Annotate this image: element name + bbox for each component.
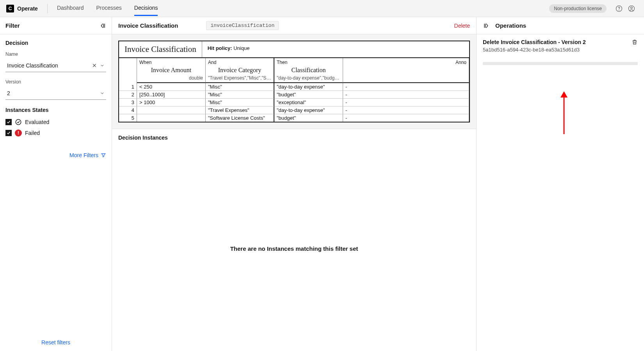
help-icon[interactable] (613, 2, 625, 15)
col-then: Then (274, 58, 343, 65)
svg-marker-6 (560, 91, 568, 98)
row-num: 4 (119, 106, 137, 114)
filter-icon (101, 152, 106, 158)
operation-item: Delete Invoice Classification - Version … (477, 34, 644, 57)
cell: "day-to-day expense" (274, 106, 343, 114)
cell: "budget" (274, 114, 343, 122)
more-filters-link[interactable]: More Filters (69, 152, 106, 158)
filter-header: Filter (0, 17, 112, 34)
top-nav: C Operate Dashboard Processes Decisions … (0, 0, 644, 17)
evaluated-icon (15, 119, 22, 126)
operations-title: Operations (495, 22, 526, 29)
nav-dashboard[interactable]: Dashboard (57, 5, 84, 16)
divider (47, 4, 48, 13)
col-classification: Classification (274, 65, 343, 75)
svg-point-4 (16, 119, 21, 125)
evaluated-label: Evaluated (25, 119, 49, 125)
delete-button[interactable]: Delete (454, 23, 470, 29)
clear-name-icon[interactable]: ✕ (92, 62, 97, 69)
dmn-table: Invoice Classification Hit policy: Uniqu… (118, 41, 470, 122)
annotation-arrow-icon (558, 91, 570, 134)
trash-icon[interactable] (632, 39, 638, 45)
cell: "Travel Expenses" (206, 106, 274, 114)
cell: "Misc" (206, 83, 274, 91)
cell: > 1000 (137, 99, 206, 106)
col2-type: "Travel Expenses","Misc","Softw... (206, 75, 274, 83)
filter-panel: Filter Decision Name Invoice Classificat… (0, 17, 112, 351)
cell (137, 114, 206, 122)
chevron-down-icon[interactable] (100, 91, 105, 96)
cell: - (343, 99, 469, 106)
version-select-value: 2 (5, 87, 106, 99)
decision-id-chip: invoiceClassification (206, 21, 279, 30)
row-num: 3 (119, 99, 137, 106)
col3-type: "day-to-day expense","budget",... (274, 75, 343, 83)
states-label: Instances States (5, 107, 106, 113)
nav-links: Dashboard Processes Decisions (57, 3, 158, 14)
operations-panel: Operations Delete Invoice Classification… (476, 17, 644, 351)
instances-panel: Decision Instances There are no Instance… (112, 129, 476, 351)
name-select-value: Invoice Classification (5, 59, 106, 72)
brand-logo-icon: C (6, 5, 14, 12)
name-select[interactable]: Invoice Classification ✕ (5, 59, 106, 72)
collapse-filter-icon[interactable] (100, 23, 106, 29)
dmn-table-name: Invoice Classification (119, 41, 202, 57)
state-evaluated-row: Evaluated (5, 119, 106, 126)
version-label: Version (5, 79, 106, 85)
filter-section-decision: Decision (5, 40, 106, 46)
svg-point-1 (619, 10, 619, 10)
operation-title: Delete Invoice Classification - Version … (483, 39, 586, 45)
row-num: 1 (119, 83, 137, 91)
operation-id: 5a1bd516-a594-423c-be18-ea53a15d61d3 (483, 47, 586, 53)
operation-progress (483, 62, 638, 65)
row-num: 5 (119, 114, 137, 122)
nav-processes[interactable]: Processes (96, 5, 121, 16)
chevron-down-icon[interactable] (100, 63, 105, 68)
expand-operations-icon[interactable] (483, 23, 489, 29)
instances-title: Decision Instances (112, 129, 476, 146)
cell: "day-to-day expense" (274, 83, 343, 91)
filter-title: Filter (5, 22, 20, 29)
col-when: When (137, 58, 206, 65)
cell: - (343, 106, 469, 114)
failed-label: Failed (25, 130, 40, 136)
cell: - (343, 91, 469, 99)
cell: "exceptional" (274, 99, 343, 106)
col-and: And (206, 58, 274, 65)
svg-point-3 (631, 7, 633, 9)
user-icon[interactable] (625, 2, 638, 15)
col1-type: double (137, 75, 206, 83)
cell: "budget" (274, 91, 343, 99)
row-num: 2 (119, 91, 137, 99)
col-invoice-category: Invoice Category (206, 65, 274, 75)
cell: - (343, 114, 469, 122)
cell (137, 106, 206, 114)
col-invoice-amount: Invoice Amount (137, 65, 206, 75)
cell: "Misc" (206, 91, 274, 99)
operations-header: Operations (477, 17, 644, 34)
brand[interactable]: C Operate (6, 5, 38, 12)
col-anno: Anno (343, 58, 469, 65)
center-header: Invoice Classification invoiceClassifica… (112, 17, 476, 34)
cell: "Software License Costs" (206, 114, 274, 122)
cell: - (343, 83, 469, 91)
cell: "Misc" (206, 99, 274, 106)
instances-empty-message: There are no Instances matching this fil… (112, 146, 476, 351)
license-badge: Non-production license (549, 4, 607, 13)
failed-checkbox[interactable] (5, 130, 12, 136)
evaluated-checkbox[interactable] (5, 119, 12, 125)
hit-policy: Hit policy: Unique (202, 41, 255, 57)
name-label: Name (5, 51, 106, 57)
cell: < 250 (137, 83, 206, 91)
nav-decisions[interactable]: Decisions (134, 5, 158, 16)
center-panel: Invoice Classification invoiceClassifica… (112, 17, 476, 351)
cell: [250..1000] (137, 91, 206, 99)
brand-name: Operate (17, 5, 38, 12)
reset-filters-link[interactable]: Reset filters (41, 339, 70, 346)
version-select[interactable]: 2 (5, 87, 106, 100)
state-failed-row: ! Failed (5, 129, 106, 136)
failed-icon: ! (15, 129, 22, 136)
decision-title: Invoice Classification (118, 22, 178, 29)
